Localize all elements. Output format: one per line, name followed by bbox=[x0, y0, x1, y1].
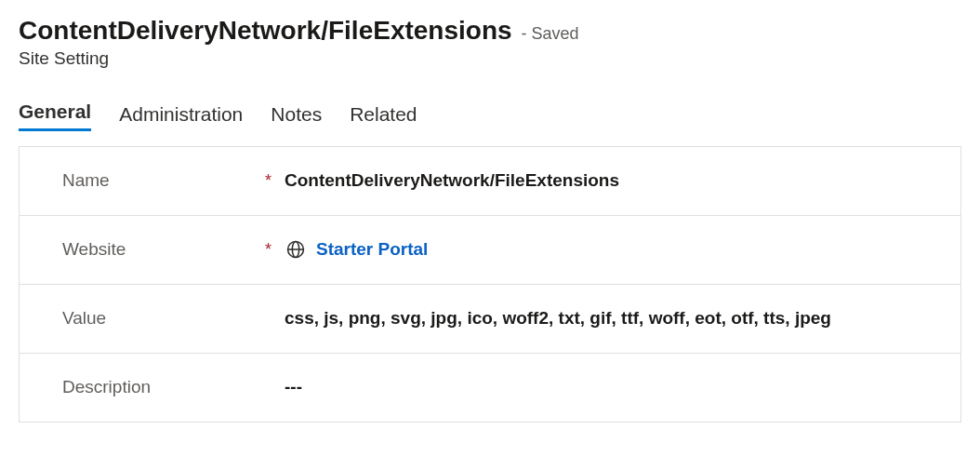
required-indicator: * bbox=[265, 172, 271, 189]
page-title: ContentDeliveryNetwork/FileExtensions bbox=[19, 15, 512, 47]
description-value: --- bbox=[285, 377, 302, 397]
field-label-name: Name bbox=[62, 170, 110, 191]
site-setting-form: ContentDeliveryNetwork/FileExtensions - … bbox=[0, 0, 980, 441]
field-label-website: Website bbox=[62, 239, 126, 260]
field-label-cell: Value bbox=[62, 308, 285, 329]
name-value-cell[interactable]: ContentDeliveryNetwork/FileExtensions bbox=[285, 170, 933, 191]
field-label-cell: Name * bbox=[62, 170, 285, 191]
name-value: ContentDeliveryNetwork/FileExtensions bbox=[285, 170, 619, 191]
website-value-cell[interactable]: Starter Portal bbox=[285, 238, 933, 261]
globe-icon bbox=[285, 238, 307, 261]
required-indicator: * bbox=[265, 241, 271, 258]
field-row-website[interactable]: Website * Starter Portal bbox=[20, 216, 960, 285]
field-row-value[interactable]: Value css, js, png, svg, jpg, ico, woff2… bbox=[20, 285, 960, 354]
tab-general[interactable]: General bbox=[19, 101, 91, 131]
description-value-cell[interactable]: --- bbox=[285, 377, 933, 397]
page-header: ContentDeliveryNetwork/FileExtensions - … bbox=[19, 15, 961, 47]
entity-type-label: Site Setting bbox=[19, 48, 961, 69]
field-label-cell: Description bbox=[62, 377, 285, 397]
field-label-value: Value bbox=[62, 308, 106, 329]
tab-related[interactable]: Related bbox=[350, 103, 417, 131]
tab-bar: General Administration Notes Related bbox=[19, 101, 961, 131]
field-label-description: Description bbox=[62, 377, 151, 397]
field-row-name[interactable]: Name * ContentDeliveryNetwork/FileExtens… bbox=[20, 147, 960, 216]
field-row-description[interactable]: Description --- bbox=[20, 354, 960, 423]
value-value: css, js, png, svg, jpg, ico, woff2, txt,… bbox=[285, 308, 831, 329]
save-status: - Saved bbox=[522, 24, 579, 44]
value-value-cell[interactable]: css, js, png, svg, jpg, ico, woff2, txt,… bbox=[285, 308, 933, 329]
general-form-panel: Name * ContentDeliveryNetwork/FileExtens… bbox=[19, 146, 961, 423]
website-lookup-link[interactable]: Starter Portal bbox=[316, 239, 428, 260]
tab-administration[interactable]: Administration bbox=[119, 103, 243, 131]
tab-notes[interactable]: Notes bbox=[271, 103, 322, 131]
field-label-cell: Website * bbox=[62, 239, 285, 260]
